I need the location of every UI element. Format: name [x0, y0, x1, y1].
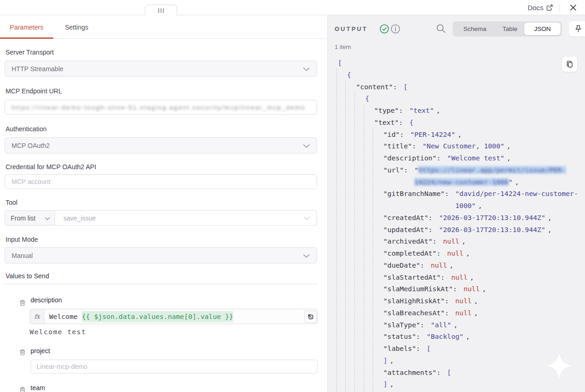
description-expression-text: Welcome {{ $json.data.values.name[0].val… — [49, 309, 233, 324]
expand-expression-icon — [307, 313, 314, 320]
settings-tabbar: Parameters Settings — [0, 15, 327, 39]
server-transport-label: Server Transport — [6, 49, 54, 56]
json-line: "slaStartedAt":null, — [328, 271, 585, 283]
description-item-label: description — [31, 296, 62, 304]
copy-output-button[interactable] — [561, 56, 578, 72]
tool-label: Tool — [6, 199, 18, 206]
copy-icon — [566, 61, 573, 68]
expression-preview: Welcome test — [30, 328, 86, 336]
endpoint-url-value: https://linear-demo-tough-olive-51.stagi… — [12, 104, 305, 111]
tab-parameters[interactable]: Parameters — [0, 15, 53, 39]
pin-data-button[interactable] — [569, 21, 585, 37]
json-indent-guide — [364, 104, 364, 392]
docs-link-label: Docs — [528, 4, 543, 12]
chevron-down-icon — [44, 214, 50, 222]
delete-description-button[interactable] — [19, 300, 25, 306]
authentication-select[interactable]: MCP OAuth2 — [5, 137, 317, 153]
server-transport-select[interactable]: HTTP Streamable — [5, 61, 317, 77]
close-button[interactable] — [567, 2, 579, 13]
json-line: "createdAt":"2026-03-17T20:13:10.944Z", — [328, 212, 585, 224]
endpoint-url-input[interactable]: https://linear-demo-tough-olive-51.stagi… — [5, 100, 317, 115]
fx-toggle[interactable]: fx — [30, 309, 44, 324]
json-viewer[interactable]: [{"content":[{"type":"text","text":{"id"… — [328, 57, 585, 392]
expression-highlight: {{ $json.data.values.name[0].value }} — [82, 311, 233, 322]
json-line: "id":"PER-14224", — [328, 129, 585, 141]
json-line: "slaType":"all", — [328, 319, 585, 331]
open-expression-editor-button[interactable] — [305, 311, 317, 323]
credential-label: Credential for MCP OAuth2 API — [6, 163, 96, 171]
json-line: "updatedAt":"2026-03-17T20:13:10.944Z", — [328, 224, 585, 236]
success-check-icon — [380, 24, 389, 34]
json-line: "attachments":[ — [328, 367, 585, 379]
docs-link[interactable]: Docs — [528, 4, 553, 12]
endpoint-url-label: MCP Endpoint URL — [6, 87, 62, 95]
tab-settings-label: Settings — [65, 24, 88, 31]
drag-handle-bar — [163, 8, 164, 13]
info-icon[interactable] — [391, 24, 400, 34]
view-table-button[interactable]: Table — [496, 23, 524, 35]
json-line: "status":"Backlog", — [328, 331, 585, 343]
tab-parameters-label: Parameters — [10, 24, 43, 31]
chevron-down-icon — [303, 252, 310, 259]
json-line: "slaBreachesAt":null, — [328, 307, 585, 319]
json-line: { — [328, 69, 585, 81]
json-line: "labels":[ — [328, 343, 585, 355]
project-input[interactable]: Linear-mcp-demo — [31, 360, 317, 374]
authentication-label: Authentication — [6, 125, 47, 133]
json-line: "dueDate":null, — [328, 259, 585, 271]
json-indent-guide — [355, 92, 355, 392]
tool-row: From list save_issue — [5, 210, 317, 226]
json-line: "archivedAt":null, — [328, 235, 585, 247]
json-indent-guide — [373, 129, 373, 392]
search-icon[interactable] — [436, 23, 447, 34]
json-line: "gitBranchName":"david/per-14224-new-cus… — [328, 188, 585, 212]
project-item-label: project — [31, 347, 50, 355]
top-header-band — [0, 0, 585, 15]
tool-mode-value: From list — [11, 214, 36, 222]
tool-value-select[interactable]: save_issue — [55, 210, 317, 226]
section-divider — [5, 284, 317, 284]
json-line: "url":"https://linear.app/permit/issue/P… — [328, 164, 585, 188]
input-mode-value: Manual — [12, 252, 33, 259]
expression-text-before: Welcome — [49, 312, 82, 320]
json-line: "slaMediumRiskAt":null, — [328, 283, 585, 295]
panel-drag-handle[interactable] — [145, 5, 177, 16]
description-expression-input[interactable]: fx Welcome {{ $json.data.values.name[0].… — [30, 309, 317, 324]
drag-handle-bar — [158, 8, 159, 13]
json-line: "text":{ — [328, 116, 585, 129]
json-line: "description":"Welcome test", — [328, 152, 585, 164]
json-line: ], — [328, 355, 585, 367]
delete-team-button[interactable] — [19, 386, 25, 392]
json-indent-guide — [336, 69, 337, 392]
json-line: "completedAt":null, — [328, 247, 585, 259]
input-mode-label: Input Mode — [6, 236, 38, 243]
authentication-value: MCP OAuth2 — [12, 142, 50, 149]
pin-icon — [574, 25, 582, 33]
json-indent-guide — [345, 81, 346, 392]
json-line: ], — [328, 378, 585, 390]
chevron-down-icon — [303, 142, 310, 149]
json-line: "slaHighRiskAt":null, — [328, 295, 585, 307]
view-json-button[interactable]: JSON — [524, 23, 560, 35]
json-line: "type":"text", — [328, 104, 585, 116]
tool-value-text: save_issue — [63, 214, 96, 222]
header-actions: Docs — [528, 0, 579, 15]
project-placeholder: Linear-mcp-demo — [37, 363, 87, 370]
json-line: "title":"New Customer, 1000", — [328, 140, 585, 152]
json-line: [ — [328, 57, 585, 69]
output-panel: OUTPUT Schema Table JSON 1 item [{"conte… — [327, 15, 585, 392]
delete-project-button[interactable] — [19, 349, 25, 355]
credential-placeholder: MCP account — [12, 178, 50, 185]
tool-mode-select[interactable]: From list — [5, 210, 55, 226]
json-line: { — [328, 92, 585, 104]
credential-input[interactable]: MCP account — [5, 174, 317, 189]
input-mode-select[interactable]: Manual — [5, 247, 317, 263]
header-divider — [560, 3, 560, 12]
active-tab-underline — [0, 37, 53, 39]
chevron-down-icon — [303, 214, 310, 222]
view-schema-button[interactable]: Schema — [454, 23, 496, 35]
team-item-label: team — [31, 384, 45, 392]
server-transport-value: HTTP Streamable — [12, 65, 63, 73]
external-link-icon — [546, 4, 553, 11]
tab-settings[interactable]: Settings — [53, 15, 100, 39]
